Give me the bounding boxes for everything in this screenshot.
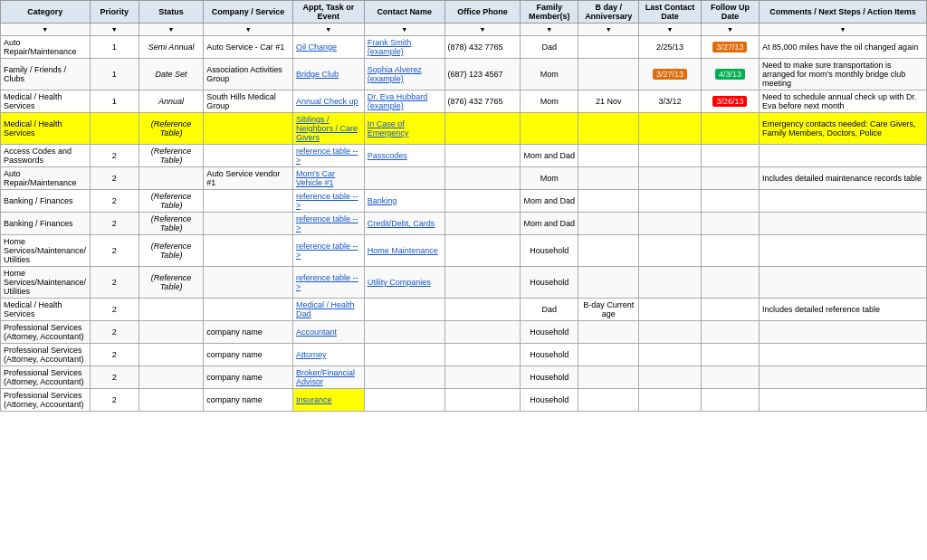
table-cell: 2 [90, 190, 139, 213]
table-cell: Mom and Dad [521, 213, 578, 235]
table-link[interactable]: Attorney [296, 350, 327, 359]
table-link[interactable]: Broker/Financial Advisor [296, 368, 355, 386]
table-cell [204, 267, 293, 299]
table-cell[interactable]: Annual Check up [292, 90, 364, 113]
table-link[interactable]: Sophia Alverez (example) [368, 65, 422, 83]
col-header-appt: Appt, Task or Event [292, 1, 364, 24]
table-cell[interactable]: Credit/Debt, Cards [364, 213, 444, 235]
table-link[interactable]: reference table --> [296, 147, 358, 165]
dropdown-arrow[interactable]: ▼ [325, 26, 331, 33]
table-cell: 3/27/13 [701, 36, 759, 59]
table-cell[interactable]: Attorney [292, 344, 364, 366]
table-cell: Auto Service vendor #1 [204, 167, 293, 190]
table-cell: Household [521, 235, 578, 267]
table-link[interactable]: Annual Check up [296, 97, 358, 106]
table-cell: Household [521, 321, 578, 344]
cell-text: (Reference Table) [151, 273, 192, 291]
filter-followup[interactable]: ▼ [701, 24, 759, 36]
filter-bday[interactable]: ▼ [578, 24, 639, 36]
table-link[interactable]: In Case of Emergency [368, 119, 409, 138]
cell-text: (Reference Table) [151, 147, 192, 165]
table-cell[interactable]: Sophia Alverez (example) [364, 59, 444, 90]
table-cell[interactable]: Frank Smith (example) [364, 36, 444, 59]
table-cell[interactable]: Banking [364, 190, 444, 213]
table-cell: Association Activities Group [204, 59, 293, 90]
dropdown-arrow[interactable]: ▼ [111, 26, 118, 33]
table-cell: 21 Nov [578, 90, 639, 113]
table-link[interactable]: Siblings / Neighbors / Care Givers [296, 115, 358, 142]
table-link[interactable]: Bridge Club [296, 70, 339, 79]
table-cell: 2 [90, 213, 139, 235]
table-cell[interactable]: Dr. Eva Hubbard (example) [364, 90, 444, 113]
table-cell[interactable]: reference table --> [292, 235, 364, 267]
table-cell[interactable]: reference table --> [292, 190, 364, 213]
table-cell[interactable]: Siblings / Neighbors / Care Givers [292, 113, 364, 145]
table-cell[interactable]: Home Maintenance [364, 235, 444, 267]
table-cell: Auto Repair/Maintenance [1, 167, 91, 190]
filter-category[interactable]: ▼ [1, 24, 91, 36]
table-link[interactable]: Banking [368, 196, 397, 205]
table-cell[interactable]: Insurance [292, 389, 364, 412]
main-table: Category Priority Status Company / Servi… [0, 0, 927, 412]
dropdown-arrow[interactable]: ▼ [42, 26, 48, 33]
table-cell[interactable]: Medical / Health Dad [292, 299, 364, 321]
table-row: Auto Repair/Maintenance1Semi AnnualAuto … [1, 36, 927, 59]
table-cell: 2 [90, 389, 139, 412]
table-cell [204, 190, 293, 213]
filter-appt[interactable]: ▼ [292, 24, 364, 36]
table-link[interactable]: Frank Smith (example) [368, 38, 412, 56]
dropdown-arrow[interactable]: ▼ [546, 26, 552, 33]
table-link[interactable]: Medical / Health Dad [296, 300, 355, 318]
dropdown-arrow[interactable]: ▼ [245, 26, 252, 33]
table-link[interactable]: reference table --> [296, 192, 358, 210]
table-cell[interactable]: Oil Change [292, 36, 364, 59]
spreadsheet-container[interactable]: Category Priority Status Company / Servi… [0, 0, 927, 560]
table-cell[interactable]: Accountant [292, 321, 364, 344]
table-cell: 2 [90, 344, 139, 366]
table-link[interactable]: Utility Companies [368, 278, 431, 287]
dropdown-arrow[interactable]: ▼ [168, 26, 175, 33]
table-link[interactable]: Passcodes [368, 151, 407, 160]
filter-comments[interactable]: ▼ [760, 24, 927, 36]
filter-company[interactable]: ▼ [204, 24, 293, 36]
table-cell [578, 145, 639, 167]
table-cell: Need to schedule annual check up with Dr… [760, 90, 927, 113]
table-cell [444, 299, 521, 321]
table-link[interactable]: reference table --> [296, 214, 358, 233]
table-cell[interactable]: Bridge Club [292, 59, 364, 90]
dropdown-arrow[interactable]: ▼ [840, 26, 846, 33]
table-link[interactable]: reference table --> [296, 242, 358, 260]
filter-family[interactable]: ▼ [521, 24, 578, 36]
table-cell: Includes detailed maintenance records ta… [760, 167, 927, 190]
table-link[interactable]: Oil Change [296, 43, 337, 52]
table-cell[interactable]: reference table --> [292, 145, 364, 167]
table-cell[interactable]: Passcodes [364, 145, 444, 167]
table-link[interactable]: reference table --> [296, 273, 358, 291]
dropdown-arrow[interactable]: ▼ [727, 26, 733, 33]
table-cell: company name [204, 366, 293, 389]
table-link[interactable]: Home Maintenance [368, 246, 438, 255]
table-cell[interactable]: Broker/Financial Advisor [292, 366, 364, 389]
table-cell[interactable]: In Case of Emergency [364, 113, 444, 145]
table-link[interactable]: Accountant [296, 327, 337, 337]
table-cell: company name [204, 344, 293, 366]
filter-phone[interactable]: ▼ [444, 24, 521, 36]
filter-priority[interactable]: ▼ [90, 24, 139, 36]
filter-contact[interactable]: ▼ [364, 24, 444, 36]
table-link[interactable]: Credit/Debt, Cards [368, 219, 435, 228]
table-cell[interactable]: reference table --> [292, 267, 364, 299]
dropdown-arrow[interactable]: ▼ [401, 26, 407, 33]
table-cell[interactable]: reference table --> [292, 213, 364, 235]
dropdown-arrow[interactable]: ▼ [606, 26, 612, 33]
table-link[interactable]: Dr. Eva Hubbard (example) [368, 92, 428, 110]
table-link[interactable]: Insurance [296, 395, 332, 404]
table-link[interactable]: Mom's Car Vehicle #1 [296, 169, 335, 187]
table-cell[interactable]: Utility Companies [364, 267, 444, 299]
filter-status[interactable]: ▼ [139, 24, 203, 36]
filter-lastcontact[interactable]: ▼ [638, 24, 701, 36]
dropdown-arrow[interactable]: ▼ [666, 26, 673, 33]
table-cell[interactable]: Mom's Car Vehicle #1 [292, 167, 364, 190]
dropdown-arrow[interactable]: ▼ [479, 26, 485, 33]
table-cell [578, 36, 639, 59]
table-cell: 2 [90, 299, 139, 321]
